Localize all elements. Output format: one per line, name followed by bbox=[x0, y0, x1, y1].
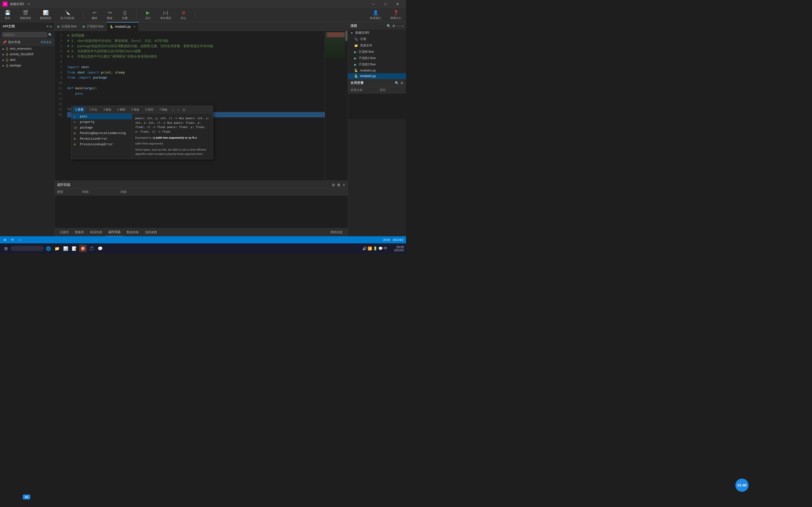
module2-label: module2.py bbox=[360, 74, 376, 78]
run-icon: ▶ bbox=[146, 10, 150, 15]
start-button[interactable]: ⊞ bbox=[2, 245, 10, 252]
global-var-search-icon[interactable]: 🔍 bbox=[395, 81, 399, 85]
ime-icon[interactable]: 中 bbox=[384, 246, 387, 251]
notification-icon[interactable]: 💬 bbox=[378, 246, 383, 250]
tb-app-music[interactable]: 🎵 bbox=[88, 245, 95, 252]
flow-tree-sub1[interactable]: ▶ 子流程1.flow bbox=[348, 55, 406, 61]
footer-tab-params[interactable]: 流程参数 bbox=[142, 228, 160, 236]
tb-app-explorer[interactable]: 📁 bbox=[53, 245, 61, 252]
flow-search-icon[interactable]: 🔍 bbox=[387, 24, 391, 28]
ac-tab-normal[interactable]: 1 普通 bbox=[73, 107, 85, 112]
var-table-header: 变量名称 类型 bbox=[348, 87, 406, 94]
scrollbar-thumb[interactable] bbox=[345, 31, 347, 41]
tree-item-package[interactable]: ▶ {} package bbox=[0, 63, 54, 68]
footer-tab-errors[interactable]: 错误列表 bbox=[88, 228, 105, 236]
sort-icon[interactable]: ≡ bbox=[46, 24, 48, 29]
ac-item-permission[interactable]: ⚙ PermissionError bbox=[71, 136, 132, 142]
flow-tree-main-flow[interactable]: ▶ 主流程.flow bbox=[348, 49, 406, 55]
status-grid-icon[interactable]: ⊞ bbox=[3, 238, 7, 241]
close-button[interactable]: ✕ bbox=[392, 0, 403, 8]
ac-item-pending[interactable]: ⚙ PendingDeprecationWarning bbox=[71, 130, 132, 136]
ac-tab-match[interactable]: 3 配套 bbox=[101, 107, 113, 112]
flow-tree-app[interactable]: ▼ 新建应用5 bbox=[348, 30, 406, 36]
flow-tree-resources[interactable]: 📁 资源文件 bbox=[348, 42, 406, 49]
save-button[interactable]: 💾 保存 bbox=[3, 9, 13, 21]
footer-tab-datatable[interactable]: 数据表格 bbox=[124, 228, 141, 236]
flow-tree-refs[interactable]: 📎 引用 bbox=[348, 36, 406, 42]
redo-button[interactable]: ↪ 重做 bbox=[105, 9, 115, 21]
ac-tab-grape[interactable]: 4 葡萄 bbox=[115, 107, 128, 112]
flow-tree-sub2[interactable]: ▶ 子流程2.flow bbox=[348, 61, 406, 68]
flow-menu-icon[interactable]: ⋯ bbox=[397, 24, 400, 28]
extract-button[interactable]: 📊 数据抓取 bbox=[38, 9, 53, 21]
volume-icon[interactable]: 🔊 bbox=[362, 246, 367, 250]
fold-button[interactable]: () 折叠 bbox=[120, 9, 130, 21]
maximize-button[interactable]: □ bbox=[379, 0, 391, 8]
network-icon[interactable]: 📶 bbox=[368, 246, 372, 250]
ac-tab-accompany-her[interactable]: 7 陪她 bbox=[157, 107, 169, 112]
flow-tree-module2[interactable]: 🐍 module2.py bbox=[348, 73, 406, 79]
editor-scrollbar[interactable] bbox=[345, 31, 348, 180]
tree-item-xbot-extensions[interactable]: ▶ {} xbot_extensions bbox=[0, 46, 54, 51]
ac-detail-three-args: (with three arguments) bbox=[135, 141, 210, 146]
clear-log-icon[interactable]: 🗑 bbox=[337, 183, 341, 187]
status-check[interactable]: ✓ bbox=[18, 238, 22, 241]
search-icon[interactable]: 🔍 bbox=[48, 33, 52, 37]
tb-app-yx[interactable]: 🎯 bbox=[79, 245, 87, 252]
contact-button[interactable]: 👤 联系我们 bbox=[368, 9, 383, 21]
footer-tab-log[interactable]: 运行日志 bbox=[106, 228, 123, 236]
debug-button[interactable]: ▷| 单步调试 bbox=[158, 9, 173, 21]
ac-emoji-icon[interactable]: ☺ bbox=[182, 108, 186, 112]
get-more-button[interactable]: 获取更多 bbox=[41, 40, 52, 44]
ac-item-text: ProcessLookupError bbox=[80, 143, 113, 146]
taskbar-search[interactable] bbox=[11, 246, 44, 251]
autocomplete-popup: 1 普通 2 平台 3 配套 4 葡萄 5 善提 6 陪同 7 陪她 ‹ › ☺… bbox=[71, 106, 213, 159]
tab-sub-flow2[interactable]: ▶ 子流程2.flow bbox=[80, 22, 107, 31]
resources-icon: 📁 bbox=[354, 44, 358, 47]
ac-item-package[interactable]: {} package bbox=[71, 125, 132, 130]
help-info-button[interactable]: 帮助信息 bbox=[328, 230, 345, 234]
tree-item-activity[interactable]: ▶ {} activity_0b1a583f bbox=[0, 51, 54, 57]
ac-item-property[interactable]: ⊡ property bbox=[71, 119, 132, 125]
ac-next-icon[interactable]: › bbox=[176, 107, 180, 112]
stop-button[interactable]: ⊘ 停止 bbox=[179, 9, 189, 21]
flow-filter-icon[interactable]: ⚙ bbox=[392, 24, 395, 28]
ac-tab-accompany[interactable]: 6 陪同 bbox=[143, 107, 155, 112]
command-market[interactable]: 📌 指令市场 获取更多 bbox=[0, 39, 54, 46]
flow-tree-module1[interactable]: 🐍 module1.py bbox=[348, 68, 406, 73]
tab-module2[interactable]: 🐍 module2.py ✕ bbox=[107, 22, 139, 31]
ac-tab-platform[interactable]: 2 平台 bbox=[87, 107, 99, 112]
status-bar: ⊞ 中 ✓ 20:05 2021/9/2 bbox=[0, 236, 406, 243]
collapse-sidebar-icon[interactable]: » bbox=[50, 24, 52, 29]
global-var-settings-icon[interactable]: ⚙ bbox=[400, 81, 403, 85]
tab-main-flow[interactable]: ▶ 主流程.flow bbox=[55, 22, 80, 31]
search-input[interactable] bbox=[2, 32, 47, 37]
run-button[interactable]: ▶ 运行 bbox=[143, 9, 153, 21]
status-lang[interactable]: 中 bbox=[10, 238, 15, 242]
help-button[interactable]: ❓ 帮助中心 bbox=[388, 9, 403, 21]
tb-app-excel[interactable]: 📊 bbox=[62, 245, 69, 252]
tab-close-button[interactable]: ✕ bbox=[133, 25, 136, 29]
flow-expand-icon[interactable]: » bbox=[402, 24, 403, 28]
ac-item-process-lookup[interactable]: ⚙ ProcessLookupError bbox=[71, 142, 132, 147]
ac-tab-bodhi[interactable]: 5 善提 bbox=[130, 107, 141, 112]
toolbar-sep-3 bbox=[195, 10, 195, 20]
tb-app-word[interactable]: 📝 bbox=[70, 245, 78, 252]
ac-item-pass[interactable]: ⊡ pass bbox=[71, 114, 132, 119]
tb-app-browser[interactable]: 🌐 bbox=[45, 245, 52, 252]
browser-button[interactable]: 🔪 影刀浏览器 bbox=[58, 9, 77, 21]
minimize-button[interactable]: ─ bbox=[367, 0, 379, 8]
undo-button[interactable]: ↩ 撤销 bbox=[89, 9, 99, 21]
new-window-icon[interactable]: ⊞ bbox=[332, 183, 335, 187]
window-edit-icon[interactable]: ✏ bbox=[28, 2, 30, 6]
browser-label: 影刀浏览器 bbox=[60, 16, 74, 20]
footer-tab-elements[interactable]: 元素库 bbox=[57, 228, 71, 236]
tree-item-xbot[interactable]: ▶ {} xbot bbox=[0, 57, 54, 63]
ac-prev-icon[interactable]: ‹ bbox=[171, 107, 174, 112]
tb-app-wechat[interactable]: 💬 bbox=[96, 245, 104, 252]
record-button[interactable]: 🎬 智能录制 bbox=[18, 9, 33, 21]
battery-icon[interactable]: 🔋 bbox=[373, 246, 377, 250]
collapse-panel-icon[interactable]: ∨ bbox=[343, 183, 345, 187]
ac-item-icon: ⚙ bbox=[74, 143, 78, 146]
footer-tab-images[interactable]: 图像库 bbox=[72, 228, 87, 236]
